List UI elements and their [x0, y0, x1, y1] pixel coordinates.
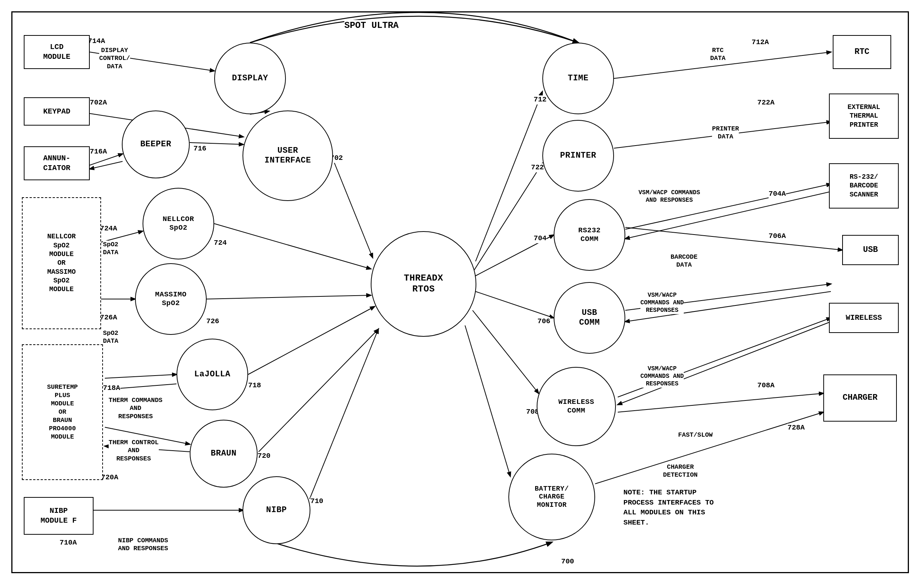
svg-line-32 [618, 322, 831, 404]
ref-708a-label: 708A [757, 381, 775, 390]
suretemp-braun-box: SURETEMPPLUSMODULEORBRAUNPRO4000MODULE [22, 344, 103, 480]
ref-718a-label: 718A [103, 384, 120, 393]
ref-726a-label: 726A [100, 314, 117, 322]
ref-718-label: 718 [248, 381, 261, 390]
ref-720-label: 720 [257, 452, 271, 461]
ref-704a-label: 704A [769, 190, 786, 199]
ref-706a-label: 706A [769, 232, 786, 241]
display-control-data-label: DISPLAYCONTROL/DATA [99, 46, 130, 71]
beeper-circle: BEEPER [122, 111, 190, 178]
svg-line-30 [473, 310, 539, 393]
svg-line-27 [475, 292, 554, 318]
ref-712-label: 712 [534, 96, 546, 104]
ref-710a-label: 710A [59, 538, 77, 548]
svg-line-33 [618, 393, 823, 412]
usb-box: USB [842, 235, 899, 265]
svg-line-3 [90, 162, 122, 169]
usb-comm-circle: USBCOMM [554, 282, 625, 354]
massimo-spo2-circle: MASSIMOSpO2 [135, 263, 207, 335]
printer-data-label: PRINTERDATA [712, 125, 739, 141]
therm-commands-label: THERM COMMANDSANDRESPONSES [109, 396, 163, 421]
ref-724a-label: 724A [100, 224, 117, 233]
ref-726-label: 726 [206, 317, 219, 326]
note-box: NOTE: THE STARTUPPROCESS INTERFACES TOAL… [624, 488, 804, 528]
nellcor-spo2-circle: NELLCORSpO2 [143, 188, 214, 259]
threadx-circle: THREADXRTOS [371, 231, 476, 337]
annunciator-box: ANNUN-CIATOR [24, 146, 90, 180]
ref-700-label: 700 [561, 557, 574, 566]
ref-714a-label: 714A [88, 37, 105, 46]
rtc-data-label: RTCDATA [710, 46, 726, 63]
svg-line-10 [105, 375, 177, 378]
svg-line-18 [333, 160, 373, 258]
fast-slow-label: FAST/SLOW [678, 431, 713, 439]
nibp-circle: NIBP [243, 476, 310, 544]
ref-702a-label: 702A [90, 98, 107, 107]
user-interface-circle: USERINTERFACE [243, 111, 333, 201]
spot-ultra-label: SPOT ULTRA [344, 20, 399, 31]
vsm-wacp-3-label: VSM/WACPCOMMANDS ANDRESPONSES [640, 365, 684, 388]
vsm-wacp-2-label: VSM/WACPCOMMANDS ANDRESPONSES [640, 292, 684, 314]
rtc-box: RTC [833, 35, 891, 69]
time-circle: TIME [542, 43, 614, 114]
wireless-comm-circle: WIRELESSCOMM [537, 367, 616, 446]
ref-724-label: 724 [214, 239, 227, 248]
spo2-data-1-label: SpO2DATA [103, 241, 119, 257]
barcode-data-label: BARCODEDATA [671, 253, 697, 269]
ref-704-label: 704 [534, 234, 546, 243]
rs232-barcode-scanner-box: RS-232/BARCODESCANNER [829, 163, 899, 208]
svg-line-12 [248, 307, 375, 375]
ref-706-label: 706 [538, 317, 550, 326]
svg-line-15 [257, 329, 378, 454]
svg-line-35 [595, 412, 823, 484]
ref-716a-label: 716A [90, 147, 107, 157]
svg-line-34 [465, 325, 510, 476]
external-thermal-printer-box: EXTERNALTHERMALPRINTER [829, 94, 899, 139]
svg-line-9 [207, 295, 371, 299]
vsm-wacp-1-label: VSM/WACP COMMANDSAND RESPONSES [639, 189, 700, 204]
display-circle: DISPLAY [214, 43, 286, 114]
nibp-module-box: NIBPMODULE F [24, 497, 94, 535]
lcd-module-box: LCDMODULE [24, 35, 90, 69]
ref-712a-label: 712A [752, 38, 769, 47]
svg-line-7 [214, 224, 371, 269]
ref-710-label: 710 [310, 497, 323, 506]
svg-line-26 [625, 228, 842, 250]
ref-728a-label: 728A [787, 423, 805, 432]
wireless-box: WIRELESS [829, 303, 899, 333]
therm-control-label: THERM CONTROLANDRESPONSES [109, 439, 159, 463]
spo2-data-2-label: SpO2DATA [103, 329, 119, 345]
svg-line-17 [310, 329, 378, 499]
ref-722a-label: 722A [757, 98, 775, 107]
nellcor-massimo-box: NELLCORSpO2MODULEORMASSIMOSpO2MODULE [22, 197, 101, 329]
battery-charge-monitor-circle: BATTERY/CHARGEMONITOR [508, 454, 595, 540]
printer-circle: PRINTER [542, 120, 614, 191]
ref-716-label: 716 [193, 144, 206, 154]
nibp-commands-label: NIBP COMMANDSAND RESPONSES [118, 536, 168, 553]
charger-box: CHARGER [823, 375, 897, 422]
ref-720a-label: 720A [101, 473, 119, 482]
charger-detection-label: CHARGERDETECTION [663, 463, 698, 479]
keypad-box: KEYPAD [24, 97, 90, 125]
svg-line-19 [475, 92, 542, 261]
braun-circle: BRAUN [190, 420, 257, 488]
rs232-comm-circle: RS232COMM [554, 199, 625, 271]
lajolla-circle: LaJOLLA [177, 338, 248, 410]
ref-722-label: 722 [531, 163, 544, 172]
diagram-container: DISPLAY USERINTERFACE BEEPER NELLCORSpO2… [11, 11, 909, 573]
